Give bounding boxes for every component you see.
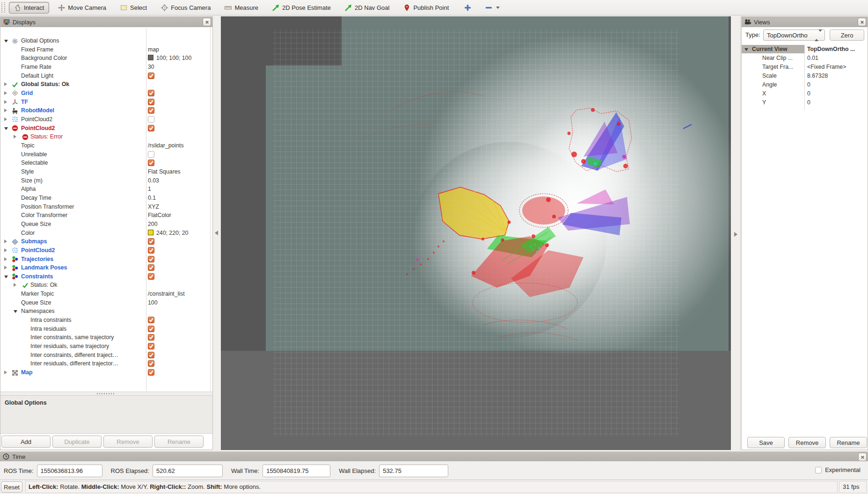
expander-closed-icon[interactable] bbox=[4, 257, 7, 261]
row-value[interactable]: Flat Squares bbox=[148, 168, 181, 175]
tree-row-global-options[interactable]: Global Options bbox=[0, 36, 212, 45]
checkbox-checked[interactable] bbox=[148, 326, 154, 332]
checkbox-checked[interactable] bbox=[148, 160, 154, 166]
tree-row-topic[interactable]: Topic/rslidar_points bbox=[0, 141, 212, 150]
tree-row-position-transformer[interactable]: Position TransformerXYZ bbox=[0, 203, 212, 211]
tree-row-intra-constraints[interactable]: Intra constraints bbox=[0, 316, 212, 325]
tree-row-queue-size[interactable]: Queue Size200 bbox=[0, 220, 212, 229]
expander-closed-icon[interactable] bbox=[4, 117, 7, 121]
views-row-near-clip-[interactable]: Near Clip ...0.01 bbox=[742, 54, 868, 63]
row-value[interactable]: 0 bbox=[807, 81, 810, 88]
reset-button[interactable]: Reset bbox=[1, 481, 22, 493]
row-value[interactable]: 30 bbox=[148, 64, 154, 70]
interact-tool-button[interactable]: Interact bbox=[9, 2, 49, 14]
expander-open-icon[interactable] bbox=[744, 48, 748, 51]
displays-splitter[interactable] bbox=[0, 392, 212, 395]
tree-row-inter-residuals-same-trajectory[interactable]: Inter residuals, same trajectory bbox=[0, 342, 212, 351]
chevron-down-icon[interactable] bbox=[496, 7, 500, 9]
tree-row-fixed-frame[interactable]: Fixed Framemap bbox=[0, 45, 212, 54]
remove-display-button[interactable]: Remove bbox=[103, 436, 153, 448]
expander-closed-icon[interactable] bbox=[4, 240, 7, 243]
color-swatch[interactable] bbox=[148, 55, 153, 60]
tree-row-marker-topic[interactable]: Marker Topic/constraint_list bbox=[0, 290, 212, 298]
publish-point-tool-button[interactable]: Publish Point bbox=[398, 2, 454, 14]
expander-closed-icon[interactable] bbox=[4, 248, 7, 252]
tree-row-inter-constraints-different-traject-[interactable]: Inter constraints, different traject… bbox=[0, 351, 212, 360]
collapse-right-panel-arrow[interactable] bbox=[734, 232, 737, 237]
row-value[interactable]: 0 bbox=[807, 99, 810, 106]
row-value[interactable]: XYZ bbox=[148, 203, 159, 210]
tree-row-inter-residuals-different-trajector-[interactable]: Inter residuals, different trajector… bbox=[0, 359, 212, 368]
tree-row-namespaces[interactable]: Namespaces bbox=[0, 307, 212, 316]
tree-row-pointcloud2[interactable]: PointCloud2 bbox=[0, 115, 212, 124]
color-swatch[interactable] bbox=[148, 230, 153, 235]
tree-row-robotmodel[interactable]: RobotModel bbox=[0, 106, 212, 115]
field-input[interactable]: 532.75 bbox=[379, 465, 448, 477]
row-value[interactable]: map bbox=[148, 46, 159, 53]
row-value[interactable]: FlatColor bbox=[148, 212, 171, 218]
expander-open-icon[interactable] bbox=[14, 310, 17, 313]
tree-row-decay-time[interactable]: Decay Time0.1 bbox=[0, 194, 212, 203]
row-value[interactable]: TopDownOrtho ... bbox=[807, 46, 855, 52]
expander-open-icon[interactable] bbox=[4, 276, 8, 278]
views-row-scale[interactable]: Scale8.67328 bbox=[742, 72, 868, 80]
checkbox-checked[interactable] bbox=[148, 107, 154, 114]
checkbox-unchecked[interactable] bbox=[148, 116, 154, 123]
tree-row-alpha[interactable]: Alpha1 bbox=[0, 185, 212, 194]
tree-row-tf[interactable]: TF bbox=[0, 98, 212, 107]
tree-row-default-light[interactable]: Default Light bbox=[0, 72, 212, 80]
expander-closed-icon[interactable] bbox=[4, 82, 7, 86]
checkbox-checked[interactable] bbox=[148, 125, 154, 131]
collapse-left-panel-arrow[interactable] bbox=[215, 231, 218, 235]
row-value[interactable]: 100; 100; 100 bbox=[156, 55, 191, 61]
tree-row-grid[interactable]: Grid bbox=[0, 89, 212, 98]
expander-closed-icon[interactable] bbox=[4, 109, 7, 112]
expander-open-icon[interactable] bbox=[4, 40, 8, 43]
tree-row-landmark-poses[interactable]: Landmark Poses bbox=[0, 263, 212, 272]
checkbox-checked[interactable] bbox=[148, 90, 154, 96]
2d-nav-goal-tool-button[interactable]: 2D Nav Goal bbox=[340, 2, 394, 14]
tree-row-map[interactable]: Map bbox=[0, 368, 212, 377]
close-icon[interactable] bbox=[858, 18, 866, 26]
tree-row-color-transformer[interactable]: Color TransformerFlatColor bbox=[0, 211, 212, 220]
row-value[interactable]: 200 bbox=[148, 221, 158, 227]
field-input[interactable]: 1550636813.96 bbox=[37, 465, 102, 477]
expander-closed-icon[interactable] bbox=[4, 91, 7, 95]
row-value[interactable]: 100 bbox=[148, 299, 158, 306]
expander-closed-icon[interactable] bbox=[4, 266, 7, 269]
row-value[interactable]: 0.01 bbox=[807, 55, 818, 61]
field-input[interactable]: 1550840819.75 bbox=[263, 465, 330, 477]
row-value[interactable]: 1 bbox=[148, 186, 151, 192]
tree-row-pointcloud2[interactable]: PointCloud2 bbox=[0, 246, 212, 255]
move-camera-tool-button[interactable]: Move Camera bbox=[53, 2, 111, 14]
checkbox-checked[interactable] bbox=[148, 99, 154, 105]
views-row-y[interactable]: Y0 bbox=[742, 98, 868, 107]
row-value[interactable]: 0.03 bbox=[148, 177, 159, 184]
expander-closed-icon[interactable] bbox=[4, 100, 7, 104]
toolbar-grip-handle[interactable] bbox=[1, 2, 5, 13]
duplicate-display-button[interactable]: Duplicate bbox=[52, 436, 102, 448]
views-row-current-view[interactable]: Current ViewTopDownOrtho ... bbox=[742, 45, 868, 54]
views-row-target-fra-[interactable]: Target Fra...<Fixed Frame> bbox=[742, 63, 868, 72]
remove-tool-button[interactable] bbox=[485, 4, 500, 11]
tree-row-pointcloud2[interactable]: PointCloud2 bbox=[0, 124, 212, 133]
expander-closed-icon[interactable] bbox=[14, 135, 16, 138]
spinner-arrows-icon[interactable] bbox=[815, 32, 822, 39]
3d-viewport[interactable] bbox=[221, 16, 731, 450]
add-display-button[interactable]: Add bbox=[1, 436, 51, 448]
checkbox-checked[interactable] bbox=[148, 334, 154, 341]
tree-row-color[interactable]: Color240; 220; 20 bbox=[0, 229, 212, 238]
select-tool-button[interactable]: Select bbox=[115, 2, 152, 14]
close-icon[interactable] bbox=[858, 453, 867, 461]
views-row-x[interactable]: X0 bbox=[742, 89, 868, 98]
checkbox-checked[interactable] bbox=[148, 238, 154, 245]
tree-row-selectable[interactable]: Selectable bbox=[0, 159, 212, 167]
tree-row-size-m-[interactable]: Size (m)0.03 bbox=[0, 176, 212, 185]
checkbox-checked[interactable] bbox=[148, 317, 154, 323]
remove-view-button[interactable]: Remove bbox=[788, 437, 826, 448]
checkbox-checked[interactable] bbox=[148, 343, 154, 349]
rename-display-button[interactable]: Rename bbox=[154, 436, 204, 448]
checkbox-checked[interactable] bbox=[148, 360, 154, 367]
row-value[interactable]: <Fixed Frame> bbox=[807, 64, 846, 70]
tree-row-constraints[interactable]: Constraints bbox=[0, 272, 212, 281]
